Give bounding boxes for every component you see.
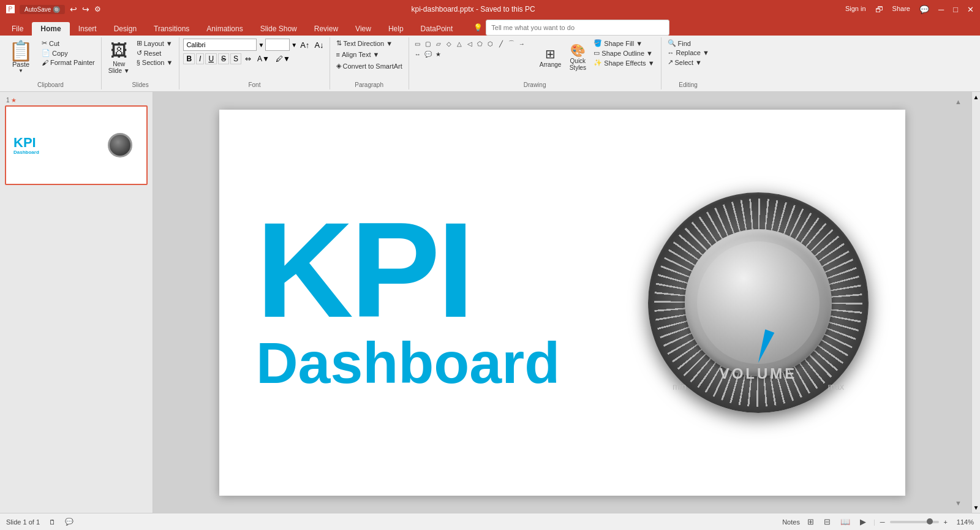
canvas-area: ▲ KPI Dashboard min max <box>153 92 971 513</box>
arrange-button[interactable]: ⊞ Arrange <box>537 39 565 75</box>
reading-view-btn[interactable]: 📖 <box>838 516 853 528</box>
rectangle-shape[interactable]: ▭ <box>413 39 423 48</box>
align-text-button[interactable]: ≡ Align Text ▼ <box>334 50 382 59</box>
right-scrollbar[interactable]: ▲ ▼ <box>971 92 980 513</box>
zoom-level[interactable]: 114% <box>952 518 974 526</box>
undo-button[interactable]: ↩ <box>70 4 77 14</box>
hexagon-shape[interactable]: ⬡ <box>486 39 496 48</box>
tab-insert[interactable]: Insert <box>70 22 105 36</box>
new-slide-button[interactable]: 🖼 New Slide ▼ <box>105 39 133 75</box>
tab-file[interactable]: File <box>3 22 32 36</box>
copy-button[interactable]: 📄 Copy <box>39 48 97 58</box>
font-size-arrow[interactable]: ▼ <box>291 42 297 48</box>
tab-datapoint[interactable]: DataPoint <box>412 22 462 36</box>
char-spacing-button[interactable]: ⇔ <box>243 54 254 64</box>
restore-button[interactable]: 🗗 <box>875 5 883 14</box>
knob-container[interactable]: min max VOLUME <box>648 192 869 413</box>
cut-button[interactable]: ✂ Cut <box>39 39 97 48</box>
format-painter-button[interactable]: 🖌 Format Painter <box>39 58 97 67</box>
clipboard-group: 📋 Paste ▼ ✂ Cut 📄 Copy 🖌 Format Painter <box>0 37 102 89</box>
bold-button[interactable]: B <box>183 53 195 64</box>
zoom-out-btn[interactable]: ─ <box>880 518 885 526</box>
normal-view-btn[interactable]: ⊞ <box>805 516 816 528</box>
triangle-shape[interactable]: △ <box>454 39 464 48</box>
section-button[interactable]: § Section ▼ <box>134 58 176 67</box>
rounded-rect-shape[interactable]: ▢ <box>423 39 433 48</box>
strikethrough-button[interactable]: S <box>218 53 229 64</box>
tab-review[interactable]: Review <box>306 22 347 36</box>
signin-button[interactable]: Sign in <box>845 5 866 14</box>
curve-shape[interactable]: ⌒ <box>507 39 516 48</box>
font-name-arrow[interactable]: ▼ <box>258 42 264 48</box>
comments-button[interactable]: 💬 <box>919 5 929 14</box>
italic-button[interactable]: I <box>196 53 204 64</box>
decrease-font-button[interactable]: A↓ <box>312 40 325 50</box>
presenter-view-btn[interactable]: ▶ <box>858 516 869 528</box>
tab-view[interactable]: View <box>347 22 380 36</box>
highlight-button[interactable]: 🖊▼ <box>273 54 293 64</box>
arrow-shape[interactable]: → <box>517 39 527 48</box>
star-shape[interactable]: ★ <box>434 49 443 59</box>
shadow-button[interactable]: S <box>230 53 241 64</box>
font-size-input[interactable]: 210 <box>265 39 290 51</box>
slide-notes-icon[interactable]: 🗒 <box>49 518 56 526</box>
select-button[interactable]: ↗ Select ▼ <box>665 58 712 67</box>
increase-font-button[interactable]: A↑ <box>298 40 311 50</box>
tab-home[interactable]: Home <box>32 22 69 36</box>
scrollbar-up-btn[interactable]: ▲ <box>971 92 980 102</box>
replace-button[interactable]: ↔ Replace ▼ <box>665 48 712 57</box>
shape-fill-button[interactable]: 🪣 Shape Fill ▼ <box>591 39 657 48</box>
parallelogram-shape[interactable]: ▱ <box>434 39 443 48</box>
font-color-button[interactable]: A▼ <box>255 54 272 64</box>
close-button[interactable]: ✕ <box>967 5 974 14</box>
slide-thumbnail-1[interactable]: KPI Dashboard <box>5 105 148 185</box>
find-button[interactable]: 🔍 Find <box>665 39 712 48</box>
knob-min-label: min <box>673 382 687 392</box>
notes-button[interactable]: Notes <box>782 518 800 526</box>
maximize-button[interactable]: □ <box>953 5 958 14</box>
shape-effects-button[interactable]: ✨ Shape Effects ▼ <box>591 58 657 67</box>
minimize-button[interactable]: ─ <box>938 5 944 14</box>
rtriangle-shape[interactable]: ◁ <box>465 39 475 48</box>
comments-icon[interactable]: 💬 <box>65 518 74 526</box>
shapes-column: ▭ ▢ ▱ ◇ △ ◁ ⬠ ⬡ ╱ ⌒ → ↔ 💬 ★ <box>413 39 535 59</box>
kpi-sub-text[interactable]: Dashboard <box>256 334 560 392</box>
tab-animations[interactable]: Animations <box>198 22 251 36</box>
diamond-shape[interactable]: ◇ <box>444 39 454 48</box>
autosave-button[interactable]: AutoSave 🔘 <box>20 5 65 14</box>
share-button[interactable]: Share <box>892 5 910 14</box>
dbl-arrow-shape[interactable]: ↔ <box>413 49 423 59</box>
text-direction-button[interactable]: ⇅ Text Direction ▼ <box>334 39 396 48</box>
layout-button[interactable]: ⊞ Layout ▼ <box>134 39 176 48</box>
kpi-text-group: KPI Dashboard <box>256 213 560 392</box>
slide-panel: 1 ★ KPI Dashboard <box>0 92 153 513</box>
shape-outline-button[interactable]: ▭ Shape Outline ▼ <box>591 48 657 58</box>
zoom-slider[interactable] <box>890 521 939 523</box>
scroll-up[interactable]: ▲ <box>955 98 962 105</box>
slide-sorter-btn[interactable]: ⊟ <box>821 516 833 528</box>
tab-help[interactable]: Help <box>380 22 412 36</box>
paste-button[interactable]: 📋 Paste ▼ <box>4 39 38 76</box>
tell-me-input[interactable] <box>486 20 669 36</box>
kpi-main-text[interactable]: KPI <box>256 213 472 328</box>
tab-design[interactable]: Design <box>105 22 145 36</box>
line-shape[interactable]: ╱ <box>496 39 506 48</box>
reset-button[interactable]: ↺ Reset <box>134 48 176 58</box>
quick-styles-button[interactable]: 🎨 Quick Styles <box>565 39 590 75</box>
pentagon-shape[interactable]: ⬠ <box>475 39 485 48</box>
underline-button[interactable]: U <box>205 53 217 64</box>
callout-shape[interactable]: 💬 <box>423 49 433 59</box>
font-label: Font <box>183 80 325 88</box>
thumbnail-knob <box>108 133 132 157</box>
font-name-input[interactable] <box>183 39 257 51</box>
customize-button[interactable]: ⚙ <box>94 5 101 13</box>
tab-transitions[interactable]: Transitions <box>145 22 198 36</box>
convert-smartart-button[interactable]: ◈ Convert to SmartArt <box>334 61 405 70</box>
zoom-in-btn[interactable]: + <box>944 518 948 526</box>
tab-slideshow[interactable]: Slide Show <box>252 22 306 36</box>
scrollbar-down-btn[interactable]: ▼ <box>971 502 980 513</box>
search-icon: 🔍 <box>668 39 676 47</box>
copy-icon: 📄 <box>42 49 50 57</box>
scroll-down[interactable]: ▼ <box>955 499 962 507</box>
redo-button[interactable]: ↪ <box>82 4 89 14</box>
